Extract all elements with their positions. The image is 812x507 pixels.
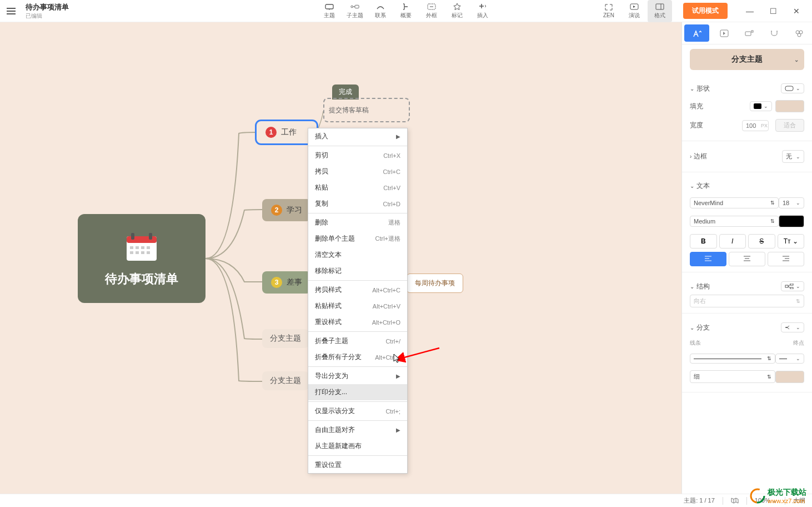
menu-item-label: 插入 <box>315 132 328 141</box>
toolbar-relation-button[interactable]: 联系 <box>368 0 393 22</box>
line-style-dropdown[interactable]: ⇅ <box>690 354 775 364</box>
central-topic-node[interactable]: 待办事项清单 <box>78 214 205 303</box>
toolbar-marker-button[interactable]: 标记 <box>445 0 469 22</box>
svg-point-29 <box>798 33 801 37</box>
menu-item[interactable]: 粘贴样式Alt+Ctrl+V <box>308 298 407 314</box>
font-size-dropdown[interactable]: 18⌄ <box>779 197 804 208</box>
fill-label: 填充 <box>690 102 703 111</box>
structure-type-dropdown[interactable]: ⌄ <box>781 281 804 291</box>
menu-item-label: 删除 <box>315 218 328 227</box>
trial-mode-button[interactable]: 试用模式 <box>683 3 728 19</box>
menu-item[interactable]: 折叠子主题Ctrl+/ <box>308 333 407 349</box>
mindmap-canvas[interactable]: 待办事项清单 完成 提交博客草稿 1 工作 2 学习 3 差事 分支主题 分支主… <box>0 22 681 494</box>
branch-topic-node[interactable]: 分支主题 <box>262 371 309 390</box>
calendar-icon <box>122 230 161 263</box>
fill-color-swatch[interactable] <box>775 100 804 112</box>
align-right-button[interactable] <box>768 252 804 266</box>
pitch-tab[interactable] <box>711 22 736 44</box>
priority-badge-1: 1 <box>265 127 277 138</box>
font-weight-dropdown[interactable]: Medium⇅ <box>690 216 779 227</box>
map-tab[interactable] <box>736 22 761 44</box>
topic-node-study[interactable]: 2 学习 <box>262 199 311 221</box>
menu-item-label: 拷贝样式 <box>315 285 342 295</box>
snap-tab[interactable] <box>762 22 787 44</box>
done-tag[interactable]: 完成 <box>332 84 359 100</box>
menu-item[interactable]: 自由主题对齐▶ <box>308 422 407 438</box>
window-close-button[interactable]: ✕ <box>785 0 808 22</box>
menu-item[interactable]: 插入▶ <box>308 128 407 145</box>
menu-shortcut: Alt+Ctrl+V <box>373 303 400 310</box>
menu-item[interactable]: 打印分支... <box>308 384 407 400</box>
menu-item[interactable]: 仅显示该分支Ctrl+; <box>308 403 407 419</box>
done-box[interactable]: 提交博客草稿 <box>323 98 410 122</box>
fit-button[interactable]: 适合 <box>775 119 804 132</box>
hamburger-menu-icon[interactable] <box>0 0 22 22</box>
submenu-arrow-icon: ▶ <box>396 133 400 140</box>
fill-mode-dropdown[interactable]: ⌄ <box>750 101 772 111</box>
align-left-button[interactable] <box>690 252 726 266</box>
thickness-dropdown[interactable]: 细⇅ <box>690 370 775 383</box>
svg-rect-14 <box>149 233 152 240</box>
menu-item[interactable]: 导出分支为▶ <box>308 368 407 384</box>
menu-item[interactable]: 重设位置 <box>308 457 407 473</box>
shape-type-dropdown[interactable]: ⌄ <box>781 83 804 93</box>
menu-item-label: 仅显示该分支 <box>315 406 355 416</box>
strike-button[interactable]: S <box>748 234 775 248</box>
direction-dropdown[interactable]: 向右⇅ <box>690 295 804 307</box>
branch-style-dropdown[interactable]: ⌄ <box>781 322 804 332</box>
toolbar-topic-button[interactable]: 主题 <box>317 0 342 22</box>
menu-item-label: 拷贝 <box>315 167 328 176</box>
window-maximize-button[interactable]: ☐ <box>762 0 784 22</box>
text-color-swatch[interactable] <box>779 215 804 227</box>
toolbar-boundary-button[interactable]: 外框 <box>419 0 444 22</box>
menu-item[interactable]: 粘贴Ctrl+V <box>308 180 407 196</box>
watermark-logo-icon <box>750 488 765 504</box>
menu-shortcut: Ctrl+C <box>383 168 400 175</box>
shape-section: ⌄ 形状 ⌄ 填充 ⌄ 宽度 PX 适合 <box>682 74 812 141</box>
menu-item[interactable]: 剪切Ctrl+X <box>308 147 407 163</box>
section-title-border[interactable]: › 边框 <box>690 152 707 161</box>
branch-topic-node[interactable]: 分支主题 <box>262 329 309 348</box>
topic-type-dropdown[interactable]: 分支主题 ⌄ <box>690 49 804 70</box>
menu-item[interactable]: 折叠所有子分支Alt+Ctrl+/ <box>308 349 407 365</box>
menu-item[interactable]: 删除单个主题Ctrl+退格 <box>308 231 407 247</box>
branch-color-swatch[interactable] <box>775 371 804 383</box>
toolbar-summary-button[interactable]: 概要 <box>394 0 418 22</box>
font-family-dropdown[interactable]: NeverMind⇅ <box>690 197 779 208</box>
menu-item[interactable]: 拷贝Ctrl+C <box>308 163 407 180</box>
toolbar-insert-button[interactable]: 插入 <box>470 0 495 22</box>
style-tab[interactable] <box>684 24 709 42</box>
menu-item[interactable]: 删除退格 <box>308 215 407 231</box>
section-title-branch[interactable]: ⌄ 分支 <box>690 323 710 332</box>
menu-item[interactable]: 清空文本 <box>308 247 407 263</box>
menu-shortcut: Ctrl+退格 <box>375 235 400 243</box>
svg-rect-17 <box>141 246 144 249</box>
svg-line-41 <box>788 285 790 286</box>
format-button[interactable]: 格式 <box>648 0 672 22</box>
menu-item[interactable]: 移除标记 <box>308 263 407 279</box>
bold-button[interactable]: B <box>690 234 717 248</box>
zen-button[interactable]: ZEN <box>597 0 621 22</box>
weekly-todo-node[interactable]: 每周待办事项 <box>407 274 463 293</box>
map-icon[interactable] <box>731 497 739 505</box>
textcase-button[interactable]: Tт ⌄ <box>778 234 805 248</box>
topic-icon <box>325 3 334 11</box>
menu-item[interactable]: 重设样式Alt+Ctrl+O <box>308 314 407 330</box>
endpoint-dropdown[interactable]: ⌄ <box>775 354 804 364</box>
window-minimize-button[interactable]: — <box>739 0 761 22</box>
context-menu: 插入▶剪切Ctrl+X拷贝Ctrl+C粘贴Ctrl+V复制Ctrl+D删除退格删… <box>308 128 408 474</box>
section-title-text[interactable]: ⌄ 文本 <box>690 181 710 191</box>
menu-item[interactable]: 从主题新建画布 <box>308 438 407 454</box>
more-tab[interactable] <box>787 22 812 44</box>
topic-node-errand[interactable]: 3 差事 <box>262 271 311 294</box>
toolbar-subtopic-button[interactable]: 子主题 <box>343 0 367 22</box>
menu-item[interactable]: 拷贝样式Alt+Ctrl+C <box>308 282 407 298</box>
align-center-button[interactable] <box>729 252 765 266</box>
section-title-shape[interactable]: ⌄ 形状 <box>690 84 710 93</box>
present-button[interactable]: 演说 <box>622 0 646 22</box>
italic-button[interactable]: I <box>719 234 746 248</box>
menu-item[interactable]: 复制Ctrl+D <box>308 196 407 212</box>
section-title-structure[interactable]: ⌄ 结构 <box>690 282 710 291</box>
border-dropdown[interactable]: 无 ⌄ <box>782 150 804 163</box>
menu-item-label: 打印分支... <box>315 387 347 397</box>
